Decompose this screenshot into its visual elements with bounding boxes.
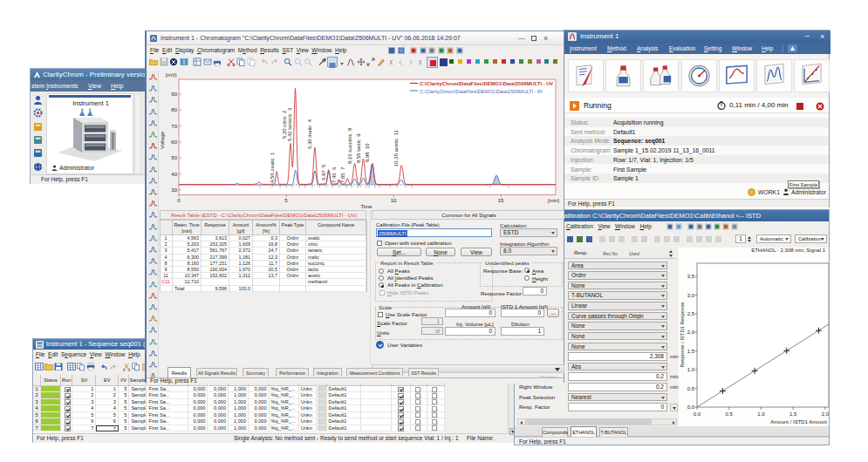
- svg-text:15: 15: [498, 198, 504, 203]
- svg-text:Response / ISTD1 Response: Response / ISTD1 Response: [680, 302, 685, 367]
- svg-text:C:\ClarityChrom\DataFiles\DEMO: C:\ClarityChrom\DataFiles\DEMO1\Data\250…: [420, 89, 543, 94]
- svg-text:2,0: 2,0: [822, 411, 830, 417]
- svg-text:1,0: 1,0: [687, 367, 695, 372]
- svg-text:70: 70: [171, 124, 177, 129]
- svg-text:Time: Time: [360, 204, 372, 209]
- svg-text:0: 0: [177, 198, 181, 203]
- svg-text:[mV]: [mV]: [166, 72, 177, 78]
- svg-text:30: 30: [171, 187, 177, 193]
- svg-text:40: 40: [171, 172, 177, 177]
- svg-text:10: 10: [391, 198, 397, 203]
- svg-text:60: 60: [171, 139, 177, 145]
- svg-text:Amount / ISTD1 Amount: Amount / ISTD1 Amount: [770, 419, 827, 425]
- svg-text:1,5: 1,5: [789, 411, 797, 417]
- svg-text:90: 90: [171, 92, 177, 97]
- svg-text:0,0: 0,0: [687, 404, 695, 410]
- svg-text:1,0: 1,0: [757, 411, 765, 417]
- svg-text:1,5: 1,5: [687, 349, 695, 354]
- svg-text:3,0: 3,0: [687, 293, 695, 298]
- svg-text:ETHANOL - 2,308 min, Signal 1: ETHANOL - 2,308 min, Signal 1: [751, 248, 825, 253]
- svg-text:[min]: [min]: [548, 198, 559, 203]
- svg-text:0,5: 0,5: [726, 411, 734, 417]
- svg-text:80: 80: [171, 107, 177, 112]
- svg-text:0,5: 0,5: [687, 386, 695, 391]
- svg-text:2,0: 2,0: [687, 330, 695, 335]
- svg-text:0,0: 0,0: [694, 411, 701, 417]
- svg-text:C:\ClarityChrom\DataFiles\DEMO: C:\ClarityChrom\DataFiles\DEMO1\Data\250…: [420, 81, 553, 86]
- svg-text:Voltage: Voltage: [160, 131, 165, 149]
- svg-text:50: 50: [171, 155, 177, 160]
- svg-text:3,5: 3,5: [687, 274, 695, 279]
- svg-text:2,5: 2,5: [687, 311, 695, 316]
- svg-text:5: 5: [284, 198, 288, 203]
